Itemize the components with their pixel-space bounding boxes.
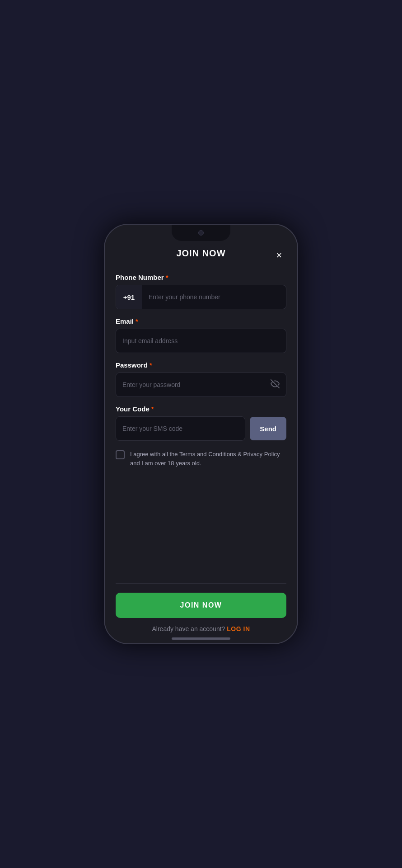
code-group: Your Code * Send <box>116 405 286 441</box>
sms-code-input[interactable] <box>116 417 245 440</box>
camera-cutout <box>198 230 204 236</box>
password-label: Password * <box>116 361 286 369</box>
email-label: Email * <box>116 317 286 325</box>
header-divider <box>105 266 297 266</box>
password-input[interactable] <box>116 373 264 396</box>
phone-label: Phone Number * <box>116 274 286 281</box>
send-sms-button[interactable]: Send <box>250 417 286 440</box>
notch <box>172 225 230 241</box>
phone-frame: JOIN NOW × Phone Number * +91 Email <box>104 224 298 644</box>
password-required-star: * <box>150 361 152 369</box>
form-content: Phone Number * +91 Email * <box>105 274 297 576</box>
screen: JOIN NOW × Phone Number * +91 Email <box>105 225 297 643</box>
close-button[interactable]: × <box>272 248 286 263</box>
terms-checkbox-row: I agree with all the Terms and Condition… <box>116 450 286 467</box>
bottom-section: JOIN NOW Already have an account? LOG IN <box>105 576 297 643</box>
email-group: Email * <box>116 317 286 353</box>
password-group: Password * <box>116 361 286 397</box>
terms-label: I agree with all the Terms and Condition… <box>130 450 286 467</box>
modal-title: JOIN NOW <box>176 248 225 259</box>
phone-required-star: * <box>166 274 168 281</box>
bottom-divider <box>116 583 286 584</box>
code-label: Your Code * <box>116 405 286 413</box>
terms-checkbox[interactable] <box>116 450 125 459</box>
toggle-password-icon[interactable] <box>264 379 286 391</box>
login-prompt-row: Already have an account? LOG IN <box>116 625 286 632</box>
sms-row: Send <box>116 416 286 441</box>
phone-input-wrapper: +91 <box>116 285 286 309</box>
phone-number-group: Phone Number * +91 <box>116 274 286 309</box>
login-prompt-text: Already have an account? <box>152 625 225 632</box>
join-now-button[interactable]: JOIN NOW <box>116 593 286 618</box>
email-input[interactable] <box>116 329 286 353</box>
email-required-star: * <box>136 317 138 325</box>
password-input-wrapper <box>116 373 286 397</box>
login-link[interactable]: LOG IN <box>227 625 250 632</box>
code-required-star: * <box>151 405 154 413</box>
phone-prefix[interactable]: +91 <box>116 285 142 309</box>
email-input-wrapper <box>116 329 286 353</box>
sms-input-wrapper <box>116 416 245 441</box>
home-indicator <box>172 637 230 640</box>
phone-input[interactable] <box>142 285 286 309</box>
